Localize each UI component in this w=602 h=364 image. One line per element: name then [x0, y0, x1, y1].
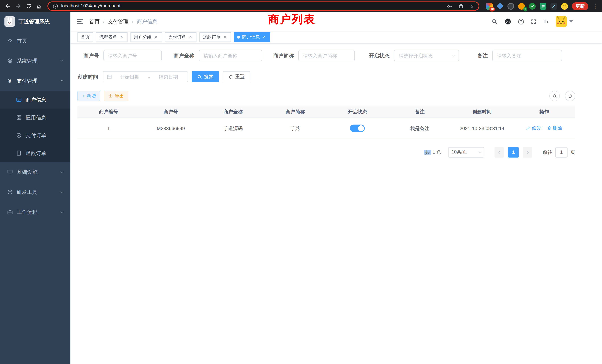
sidebar-item-payment-order[interactable]: 支付订单 [0, 126, 70, 144]
github-icon[interactable] [505, 18, 511, 25]
dashboard-icon [7, 38, 13, 44]
browser-profile-avatar[interactable] [561, 3, 568, 10]
share-icon[interactable] [458, 3, 464, 9]
page-content: 商户号 商户全称 商户简称 开启状态 请选择开启状态 [70, 43, 602, 364]
sidebar-item-refund-order[interactable]: 退款订单 [0, 144, 70, 162]
add-button[interactable]: + 新增 [77, 91, 100, 101]
search-icon[interactable] [492, 19, 497, 24]
back-button[interactable] [3, 1, 13, 11]
user-avatar[interactable] [556, 16, 567, 27]
sidebar-item-infrastructure[interactable]: 基础设施 [0, 162, 70, 182]
sidebar-item-workflow[interactable]: 工作流程 [0, 202, 70, 222]
question-glyph: ? [520, 20, 522, 23]
sidebar-item-dev-tools[interactable]: 研发工具 [0, 182, 70, 202]
refresh-table-button[interactable] [565, 91, 575, 101]
tab-user-group[interactable]: 用户分组 × [130, 32, 162, 42]
sidebar-item-merchant-info[interactable]: 商户信息 [0, 91, 70, 109]
remark-label: 备注 [477, 53, 492, 58]
sidebar-item-home[interactable]: 首页 [0, 31, 70, 51]
font-size-icon[interactable]: T T [543, 19, 549, 24]
sidebar-item-app-info[interactable]: 应用信息 [0, 109, 70, 126]
extension-dark-circle-icon[interactable] [507, 3, 514, 10]
reset-button-label: 重置 [235, 73, 245, 80]
tab-close-icon[interactable]: × [188, 34, 193, 40]
filter-full-name: 商户全称 [173, 50, 262, 61]
cell-remark: 我是备注 [389, 118, 451, 139]
browser-update-button[interactable]: 更新 [572, 2, 588, 10]
sidebar-menu: 首页 系统管理 ¥ 支付管理 [0, 31, 70, 222]
trash-icon [547, 126, 552, 130]
grid-icon [16, 115, 22, 120]
extension-colorful-icon[interactable]: 10 [486, 3, 493, 10]
sidebar-item-payment[interactable]: ¥ 支付管理 [0, 71, 70, 91]
hamburger-icon[interactable] [76, 17, 84, 26]
edit-link[interactable]: 修改 [526, 126, 541, 130]
page-size-select[interactable]: 10条/页 [448, 147, 484, 157]
forward-button[interactable] [13, 1, 23, 11]
sidebar-item-label: 系统管理 [17, 58, 37, 63]
total-count: 1 [433, 150, 435, 155]
site-info-icon[interactable] [53, 3, 58, 9]
password-key-icon[interactable] [447, 3, 453, 9]
tab-merchant-info[interactable]: 商户信息 × [234, 32, 270, 42]
tab-close-icon[interactable]: × [153, 34, 159, 40]
extension-pin-icon[interactable] [550, 3, 557, 10]
table-header-row: 商户编号 商户号 商户全称 商户简称 开启状态 备注 创建时间 操作 [77, 106, 575, 118]
prev-page-button[interactable] [494, 147, 504, 157]
end-date-placeholder: 结束日期 [153, 74, 184, 79]
cell-merchant-id: 1 [77, 118, 140, 139]
sidebar: 芋道管理系统 首页 系统管理 [0, 12, 70, 364]
reset-button[interactable]: 重置 [223, 71, 250, 82]
size-large-glyph: T [543, 19, 547, 24]
breadcrumb-home[interactable]: 首页 [89, 19, 100, 24]
extension-avatar-icon[interactable]: 1 [518, 3, 525, 10]
page-size-value: 10条/页 [452, 150, 467, 155]
delete-link[interactable]: 删除 [547, 126, 562, 130]
table-row: 1 M233666999 芋道源码 芋艿 我是备注 2021-10-23 08:… [77, 118, 575, 139]
breadcrumb-payment[interactable]: 支付管理 [108, 19, 129, 24]
short-name-input[interactable] [298, 50, 355, 61]
tab-close-icon[interactable]: × [119, 34, 124, 40]
next-page-button[interactable] [523, 147, 532, 157]
tab-label: 首页 [81, 35, 90, 39]
extension-check-icon[interactable] [529, 3, 536, 10]
tab-home[interactable]: 首页 [77, 32, 93, 42]
tab-process-form[interactable]: 流程表单 × [96, 32, 128, 42]
tab-refund-order[interactable]: 退款订单 × [199, 32, 231, 42]
filter-status: 开启状态 请选择开启状态 [369, 50, 459, 61]
tab-close-icon[interactable]: × [262, 34, 267, 40]
sidebar-item-system[interactable]: 系统管理 [0, 51, 70, 71]
remark-input[interactable] [492, 50, 562, 61]
page-1-button[interactable]: 1 [508, 147, 519, 157]
create-time-range-picker[interactable]: 开始日期 - 结束日期 [103, 71, 188, 82]
search-button[interactable]: 搜索 [192, 71, 219, 82]
main-area: 商户列表 首页 / 支付管理 / 商户信息 [70, 12, 602, 364]
filter-row-2: 创建时间 开始日期 - 结束日期 [77, 71, 602, 82]
goto-page-input[interactable] [555, 147, 568, 157]
status-switch[interactable] [350, 125, 365, 132]
browser-menu-icon[interactable]: ⋮ [592, 3, 598, 9]
show-search-button[interactable] [549, 91, 560, 101]
merchant-no-input[interactable] [103, 50, 162, 61]
extension-green-square-icon[interactable] [540, 3, 546, 10]
tab-label: 用户分组 [134, 35, 152, 39]
tab-close-icon[interactable]: × [222, 34, 228, 40]
chevron-down-icon [60, 210, 64, 214]
logo-image [4, 16, 15, 27]
help-icon[interactable]: ? [518, 19, 524, 24]
app-title: 芋道管理系统 [19, 19, 50, 24]
goto-label: 前往 [543, 150, 552, 155]
url-bar[interactable]: localhost:1024/pay/merchant ☆ [47, 1, 479, 11]
filter-short-name: 商户简称 [273, 50, 355, 61]
tab-payment-order[interactable]: 支付订单 × [165, 32, 196, 42]
full-name-input[interactable] [199, 50, 262, 61]
export-button[interactable]: 导出 [104, 91, 129, 101]
home-button[interactable] [34, 1, 44, 11]
bookmark-star-icon[interactable]: ☆ [470, 3, 474, 9]
user-avatar-dropdown[interactable] [556, 16, 573, 27]
status-select[interactable]: 请选择开启状态 [394, 50, 459, 61]
fullscreen-icon[interactable] [531, 19, 536, 24]
browser-toolbar: localhost:1024/pay/merchant ☆ 10 1 [0, 0, 602, 12]
extension-blue-icon[interactable] [497, 3, 503, 10]
reload-button[interactable] [24, 1, 33, 11]
